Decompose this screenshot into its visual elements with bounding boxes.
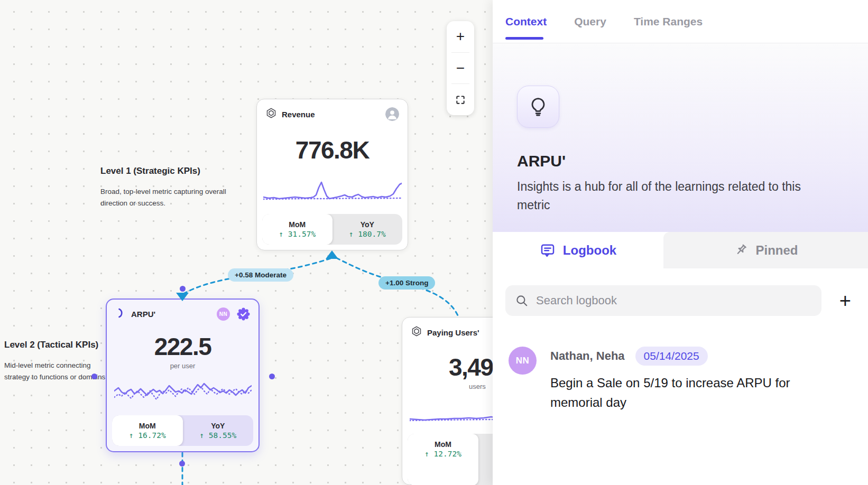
metric-card-arpu[interactable]: ARPU' NN 222.5 [106,299,260,452]
metric-context-header: ARPU' Insights is a hub for all of the l… [493,43,868,232]
card-title: Revenue [282,110,315,119]
tab-logbook[interactable]: Logbook [493,232,663,268]
mom-toggle[interactable]: MoM ↑ 12.72% [408,434,478,485]
logbook-tab-label: Logbook [563,243,616,258]
metric-unit: per user [107,362,258,370]
mom-value: ↑ 31.57% [279,230,316,238]
correlation-badge-strong[interactable]: +1.00 Strong [378,276,435,290]
yoy-label: YoY [361,220,374,229]
sparkline-chart [263,178,402,203]
connection-dot-arpu-bottom[interactable] [179,461,185,467]
level2-title: Level 2 (Tactical KPIs) [4,340,98,350]
yoy-toggle[interactable]: YoY ↑ 180.7% [333,214,403,245]
metric-tree-app: Level 1 (Strategic KPIs) Broad, top-leve… [0,0,868,485]
entry-text: Begin a Sale on 5/19 to increase ARPU fo… [550,373,815,412]
crescent-icon [115,307,126,321]
logbook-search-row: + [493,268,868,316]
entry-body: Nathan, Neha 05/14/2025 Begin a Sale on … [550,347,815,412]
level2-description: Mid-level metric connecting strategy to … [4,360,116,383]
mom-value: ↑ 16.72% [129,431,166,440]
owner-initials-badge[interactable]: NN [217,307,230,321]
fit-view-button[interactable] [447,84,474,115]
zoom-toolbar: + − [447,21,474,115]
hexagon-icon [411,325,422,339]
mom-label: MoM [435,440,451,449]
card-title: ARPU' [131,310,155,319]
zoom-out-button[interactable]: − [447,53,474,84]
mom-toggle[interactable]: MoM ↑ 16.72% [112,415,183,446]
connection-dot-arpu-left[interactable] [91,374,97,379]
entry-author: Nathan, Neha [550,349,625,363]
connection-dot-arpu-right[interactable] [269,374,275,379]
connection-dot-arpu-top[interactable] [180,286,186,292]
yoy-value: ↑ 58.55% [199,431,236,440]
logbook-entry[interactable]: NN Nathan, Neha 05/14/2025 Begin a Sale … [493,316,868,412]
owner-avatar-icon[interactable] [385,107,399,121]
hexagon-icon [265,107,277,121]
tab-pinned[interactable]: Pinned [663,232,868,268]
add-entry-button[interactable]: + [835,291,855,311]
context-panel: Context Query Time Ranges ARPU' Insights… [493,0,868,485]
lightbulb-icon [517,86,559,128]
mom-toggle[interactable]: MoM ↑ 31.57% [262,214,333,245]
yoy-value: ↑ 180.7% [349,230,386,238]
level1-title: Level 1 (Strategic KPIs) [100,166,200,176]
pinned-tab-label: Pinned [755,243,798,258]
metric-context-subtitle: Insights is a hub for all of the learnin… [517,178,824,214]
mom-label: MoM [139,422,156,430]
metric-card-revenue[interactable]: Revenue 776.8K MoM ↑ 31.57% [256,99,408,250]
metric-value: 776.8K [257,136,408,164]
tab-context[interactable]: Context [505,0,547,43]
level1-description: Broad, top-level metric capturing overal… [100,186,227,209]
card-title: Paying Users' [427,328,479,337]
tab-query[interactable]: Query [574,0,606,43]
yoy-label: YoY [211,422,225,430]
logbook-chat-icon [540,243,556,258]
search-input[interactable] [536,294,812,307]
metric-value: 222.5 [107,332,258,361]
yoy-toggle[interactable]: YoY ↑ 58.55% [183,415,254,446]
correlation-badge-moderate[interactable]: +0.58 Moderate [228,268,293,282]
entry-avatar: NN [509,347,537,375]
metric-tree-canvas[interactable]: Level 1 (Strategic KPIs) Broad, top-leve… [0,0,493,485]
mom-label: MoM [289,220,306,229]
arrowhead-into-revenue [326,250,338,259]
metric-name-heading: ARPU' [517,152,844,170]
pin-icon [733,243,748,258]
logbook-search-box[interactable] [505,285,821,316]
fullscreen-icon [455,95,466,105]
logbook-pinned-tabs: Logbook Pinned [493,232,868,268]
entry-date-badge[interactable]: 05/14/2025 [635,347,708,366]
panel-tab-bar: Context Query Time Ranges [493,0,868,43]
zoom-in-button[interactable]: + [447,21,474,52]
mom-value: ↑ 12.72% [424,450,461,458]
search-icon [515,294,529,307]
sparkline-chart [114,376,252,408]
arrowhead-into-arpu [176,293,189,301]
tab-time-ranges[interactable]: Time Ranges [634,0,703,43]
verified-badge-icon [237,307,250,321]
